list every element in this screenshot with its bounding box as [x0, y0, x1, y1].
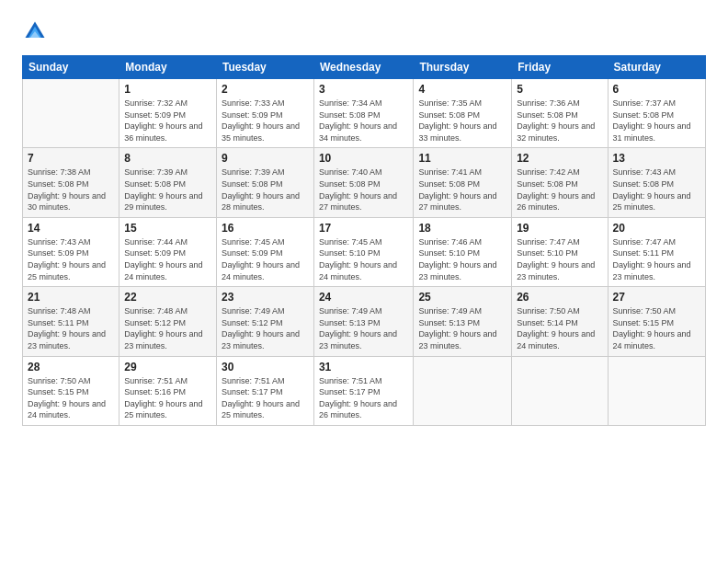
day-number: 20: [613, 222, 700, 235]
day-info: Sunrise: 7:38 AMSunset: 5:08 PMDaylight:…: [28, 167, 114, 213]
day-number: 8: [124, 152, 211, 165]
day-number: 21: [28, 291, 114, 304]
calendar-cell: 19Sunrise: 7:47 AMSunset: 5:10 PMDayligh…: [512, 217, 608, 286]
day-number: 14: [28, 222, 114, 235]
day-number: 28: [28, 361, 114, 373]
day-info: Sunrise: 7:36 AMSunset: 5:08 PMDaylight:…: [517, 98, 602, 144]
day-number: 7: [28, 152, 114, 165]
day-info: Sunrise: 7:32 AMSunset: 5:09 PMDaylight:…: [124, 98, 211, 144]
day-info: Sunrise: 7:45 AMSunset: 5:09 PMDaylight:…: [222, 236, 309, 282]
calendar-week-row: 7Sunrise: 7:38 AMSunset: 5:08 PMDaylight…: [23, 148, 706, 217]
calendar-cell: 25Sunrise: 7:49 AMSunset: 5:13 PMDayligh…: [414, 287, 512, 356]
calendar-week-row: 28Sunrise: 7:50 AMSunset: 5:15 PMDayligh…: [23, 356, 706, 425]
calendar-cell: 14Sunrise: 7:43 AMSunset: 5:09 PMDayligh…: [23, 217, 119, 286]
day-number: 23: [222, 291, 309, 304]
day-number: 4: [418, 83, 506, 96]
day-number: 30: [222, 361, 309, 373]
day-number: 18: [418, 222, 506, 235]
calendar-week-row: 1Sunrise: 7:32 AMSunset: 5:09 PMDaylight…: [23, 79, 706, 148]
day-number: 29: [124, 361, 211, 373]
day-info: Sunrise: 7:41 AMSunset: 5:08 PMDaylight:…: [418, 167, 506, 213]
day-info: Sunrise: 7:48 AMSunset: 5:12 PMDaylight:…: [124, 305, 211, 351]
weekday-header: Thursday: [414, 56, 512, 79]
day-number: 9: [222, 152, 309, 165]
day-number: 22: [124, 291, 211, 304]
weekday-header: Monday: [119, 56, 217, 79]
calendar-cell: 3Sunrise: 7:34 AMSunset: 5:08 PMDaylight…: [313, 79, 413, 148]
day-info: Sunrise: 7:35 AMSunset: 5:08 PMDaylight:…: [418, 98, 506, 144]
calendar-cell: 6Sunrise: 7:37 AMSunset: 5:08 PMDaylight…: [608, 79, 705, 148]
day-info: Sunrise: 7:33 AMSunset: 5:09 PMDaylight:…: [222, 98, 309, 144]
day-info: Sunrise: 7:47 AMSunset: 5:11 PMDaylight:…: [613, 236, 700, 282]
day-info: Sunrise: 7:50 AMSunset: 5:14 PMDaylight:…: [517, 305, 602, 351]
calendar-cell: 2Sunrise: 7:33 AMSunset: 5:09 PMDaylight…: [216, 79, 313, 148]
day-number: 24: [319, 291, 408, 304]
calendar-cell: 15Sunrise: 7:44 AMSunset: 5:09 PMDayligh…: [119, 217, 217, 286]
weekday-header: Tuesday: [216, 56, 313, 79]
calendar-cell: [414, 356, 512, 425]
day-number: 17: [319, 222, 408, 235]
day-info: Sunrise: 7:44 AMSunset: 5:09 PMDaylight:…: [124, 236, 211, 282]
calendar-cell: 29Sunrise: 7:51 AMSunset: 5:16 PMDayligh…: [119, 356, 217, 425]
day-number: 11: [418, 152, 506, 165]
day-number: 1: [124, 83, 211, 96]
calendar-cell: 5Sunrise: 7:36 AMSunset: 5:08 PMDaylight…: [512, 79, 608, 148]
logo: [22, 18, 51, 44]
day-info: Sunrise: 7:47 AMSunset: 5:10 PMDaylight:…: [517, 236, 602, 282]
calendar-cell: 22Sunrise: 7:48 AMSunset: 5:12 PMDayligh…: [119, 287, 217, 356]
day-number: 27: [613, 291, 700, 304]
calendar-cell: [608, 356, 705, 425]
day-number: 25: [418, 291, 506, 304]
day-info: Sunrise: 7:43 AMSunset: 5:08 PMDaylight:…: [613, 167, 700, 213]
day-info: Sunrise: 7:50 AMSunset: 5:15 PMDaylight:…: [613, 305, 700, 351]
header: [22, 18, 706, 44]
calendar-cell: 12Sunrise: 7:42 AMSunset: 5:08 PMDayligh…: [512, 148, 608, 217]
calendar-cell: 10Sunrise: 7:40 AMSunset: 5:08 PMDayligh…: [313, 148, 413, 217]
weekday-header: Saturday: [608, 56, 705, 79]
day-number: 15: [124, 222, 211, 235]
day-info: Sunrise: 7:43 AMSunset: 5:09 PMDaylight:…: [28, 236, 114, 282]
day-info: Sunrise: 7:45 AMSunset: 5:10 PMDaylight:…: [319, 236, 408, 282]
calendar-cell: 8Sunrise: 7:39 AMSunset: 5:08 PMDaylight…: [119, 148, 217, 217]
day-info: Sunrise: 7:49 AMSunset: 5:13 PMDaylight:…: [418, 305, 506, 351]
day-number: 3: [319, 83, 408, 96]
day-number: 16: [222, 222, 309, 235]
day-number: 6: [613, 83, 700, 96]
day-info: Sunrise: 7:49 AMSunset: 5:12 PMDaylight:…: [222, 305, 309, 351]
calendar-cell: 4Sunrise: 7:35 AMSunset: 5:08 PMDaylight…: [414, 79, 512, 148]
calendar-cell: 13Sunrise: 7:43 AMSunset: 5:08 PMDayligh…: [608, 148, 705, 217]
calendar-cell: [23, 79, 119, 148]
calendar-week-row: 14Sunrise: 7:43 AMSunset: 5:09 PMDayligh…: [23, 217, 706, 286]
day-number: 13: [613, 152, 700, 165]
calendar-cell: 18Sunrise: 7:46 AMSunset: 5:10 PMDayligh…: [414, 217, 512, 286]
day-info: Sunrise: 7:49 AMSunset: 5:13 PMDaylight:…: [319, 305, 408, 351]
calendar-cell: 7Sunrise: 7:38 AMSunset: 5:08 PMDaylight…: [23, 148, 119, 217]
weekday-header: Friday: [512, 56, 608, 79]
calendar-cell: 11Sunrise: 7:41 AMSunset: 5:08 PMDayligh…: [414, 148, 512, 217]
day-info: Sunrise: 7:34 AMSunset: 5:08 PMDaylight:…: [319, 98, 408, 144]
calendar-cell: 23Sunrise: 7:49 AMSunset: 5:12 PMDayligh…: [216, 287, 313, 356]
calendar-cell: 9Sunrise: 7:39 AMSunset: 5:08 PMDaylight…: [216, 148, 313, 217]
calendar-cell: 20Sunrise: 7:47 AMSunset: 5:11 PMDayligh…: [608, 217, 705, 286]
weekday-header: Wednesday: [313, 56, 413, 79]
calendar-cell: 21Sunrise: 7:48 AMSunset: 5:11 PMDayligh…: [23, 287, 119, 356]
day-info: Sunrise: 7:40 AMSunset: 5:08 PMDaylight:…: [319, 167, 408, 213]
day-info: Sunrise: 7:39 AMSunset: 5:08 PMDaylight:…: [124, 167, 211, 213]
calendar-cell: 30Sunrise: 7:51 AMSunset: 5:17 PMDayligh…: [216, 356, 313, 425]
calendar-cell: 16Sunrise: 7:45 AMSunset: 5:09 PMDayligh…: [216, 217, 313, 286]
day-info: Sunrise: 7:39 AMSunset: 5:08 PMDaylight:…: [222, 167, 309, 213]
page: SundayMondayTuesdayWednesdayThursdayFrid…: [0, 0, 728, 563]
day-info: Sunrise: 7:50 AMSunset: 5:15 PMDaylight:…: [28, 375, 114, 421]
day-info: Sunrise: 7:51 AMSunset: 5:17 PMDaylight:…: [222, 375, 309, 421]
day-number: 12: [517, 152, 602, 165]
day-number: 10: [319, 152, 408, 165]
day-number: 26: [517, 291, 602, 304]
calendar-cell: 1Sunrise: 7:32 AMSunset: 5:09 PMDaylight…: [119, 79, 217, 148]
day-number: 19: [517, 222, 602, 235]
calendar-week-row: 21Sunrise: 7:48 AMSunset: 5:11 PMDayligh…: [23, 287, 706, 356]
day-info: Sunrise: 7:42 AMSunset: 5:08 PMDaylight:…: [517, 167, 602, 213]
calendar-cell: 31Sunrise: 7:51 AMSunset: 5:17 PMDayligh…: [313, 356, 413, 425]
day-info: Sunrise: 7:51 AMSunset: 5:16 PMDaylight:…: [124, 375, 211, 421]
calendar-cell: 27Sunrise: 7:50 AMSunset: 5:15 PMDayligh…: [608, 287, 705, 356]
day-number: 31: [319, 361, 408, 373]
